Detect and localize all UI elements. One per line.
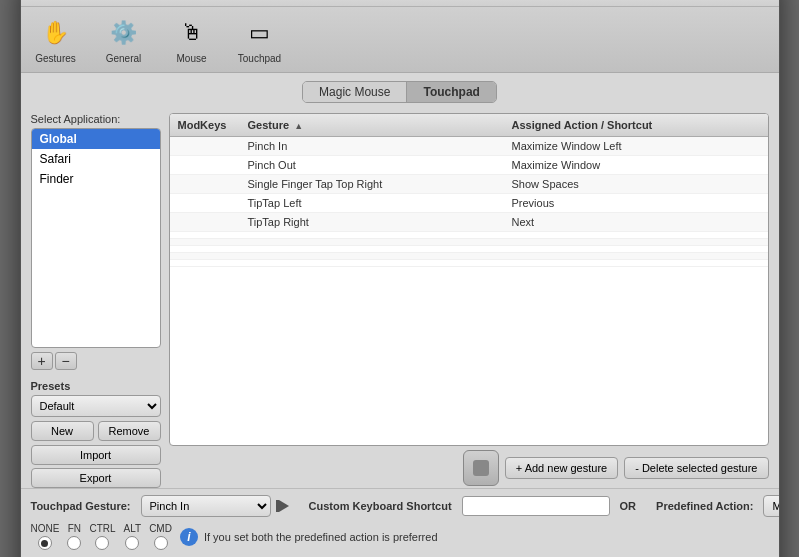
add-app-button[interactable]: + (31, 352, 53, 370)
app-item-safari[interactable]: Safari (32, 149, 160, 169)
row-gesture: Pinch In (240, 140, 504, 152)
radio-cmd-input[interactable] (154, 536, 168, 550)
table-row[interactable] (170, 232, 768, 239)
col-action: Assigned Action / Shortcut (504, 117, 768, 133)
remove-app-button[interactable]: − (55, 352, 77, 370)
preset-buttons: New Remove (31, 421, 161, 441)
bottom-row2: NONE FN CTRL ALT CMD (31, 523, 769, 550)
info-row: i If you set both the predefined action … (180, 528, 769, 546)
add-gesture-button[interactable]: + Add new gesture (505, 457, 618, 479)
table-row[interactable] (170, 239, 768, 246)
radio-alt-input[interactable] (125, 536, 139, 550)
row-action: Previous (504, 197, 768, 209)
table-row[interactable]: TipTap Left Previous (170, 194, 768, 213)
main-window: Gestures ✋ Gestures ⚙️ General 🖱 Mouse ▭… (20, 0, 780, 557)
radio-group: NONE FN CTRL ALT CMD (31, 523, 172, 550)
preset-select[interactable]: Default (31, 395, 161, 417)
radio-fn-input[interactable] (67, 536, 81, 550)
radio-cmd[interactable]: CMD (149, 523, 172, 550)
tab-row: Magic Mouse Touchpad (21, 73, 779, 107)
table-row[interactable]: Pinch In Maximize Window Left (170, 137, 768, 156)
gesture-table-header: ModKeys Gesture ▲ Assigned Action / Shor… (170, 114, 768, 137)
info-icon: i (180, 528, 198, 546)
main-content: Select Application: Global Safari Finder… (21, 107, 779, 488)
touchpad-icon: ▭ (242, 15, 278, 51)
row-gesture: TipTap Left (240, 197, 504, 209)
toolbar-item-general[interactable]: ⚙️ General (99, 15, 149, 64)
new-preset-button[interactable]: New (31, 421, 94, 441)
radio-alt-label: ALT (124, 523, 142, 534)
tab-container: Magic Mouse Touchpad (302, 81, 497, 103)
presets-label: Presets (31, 380, 161, 392)
delete-gesture-button[interactable]: - Delete selected gesture (624, 457, 768, 479)
gesture-table: ModKeys Gesture ▲ Assigned Action / Shor… (169, 113, 769, 446)
app-list: Global Safari Finder (31, 128, 161, 348)
table-actions: + Add new gesture - Delete selected gest… (169, 450, 769, 488)
gestures-icon: ✋ (38, 15, 74, 51)
table-row[interactable] (170, 260, 768, 267)
bottom-section: Touchpad Gesture: Pinch In Pinch Out Tip… (21, 488, 779, 556)
radio-alt[interactable]: ALT (124, 523, 142, 550)
table-row[interactable]: Pinch Out Maximize Window (170, 156, 768, 175)
gesture-select-wrap: Pinch In Pinch Out TipTap Left TipTap Ri… (141, 495, 289, 517)
toolbar: ✋ Gestures ⚙️ General 🖱 Mouse ▭ Touchpad (21, 7, 779, 73)
predefined-select[interactable]: Maximize Window Left Maximize Window Sho… (763, 495, 779, 517)
gesture-select[interactable]: Pinch In Pinch Out TipTap Left TipTap Ri… (141, 495, 271, 517)
table-row[interactable] (170, 253, 768, 260)
general-icon: ⚙️ (106, 15, 142, 51)
presets-section: Presets Default New Remove Import Export (31, 380, 161, 488)
radio-none-input[interactable] (38, 536, 52, 550)
play-arrow-icon (279, 500, 289, 512)
export-button[interactable]: Export (31, 468, 161, 488)
record-icon (473, 460, 489, 476)
toolbar-label-mouse: Mouse (176, 53, 206, 64)
mouse-icon: 🖱 (174, 15, 210, 51)
app-item-global[interactable]: Global (32, 129, 160, 149)
col-modkeys: ModKeys (170, 117, 240, 133)
app-item-finder[interactable]: Finder (32, 169, 160, 189)
toolbar-item-gestures[interactable]: ✋ Gestures (31, 15, 81, 64)
left-panel: Select Application: Global Safari Finder… (31, 113, 161, 488)
radio-fn-label: FN (68, 523, 81, 534)
right-panel: ModKeys Gesture ▲ Assigned Action / Shor… (169, 113, 769, 488)
toolbar-item-mouse[interactable]: 🖱 Mouse (167, 15, 217, 64)
radio-none-label: NONE (31, 523, 60, 534)
import-button[interactable]: Import (31, 445, 161, 465)
bottom-row1: Touchpad Gesture: Pinch In Pinch Out Tip… (31, 495, 769, 517)
tab-magic-mouse[interactable]: Magic Mouse (303, 82, 407, 102)
radio-ctrl-input[interactable] (95, 536, 109, 550)
row-action: Maximize Window (504, 159, 768, 171)
touchpad-gesture-label: Touchpad Gesture: (31, 500, 131, 512)
toolbar-label-general: General (106, 53, 142, 64)
table-row[interactable] (170, 246, 768, 253)
toolbar-item-touchpad[interactable]: ▭ Touchpad (235, 15, 285, 64)
row-gesture: TipTap Right (240, 216, 504, 228)
list-buttons: + − (31, 352, 161, 370)
sort-icon: ▲ (294, 121, 303, 131)
predefined-label: Predefined Action: (656, 500, 753, 512)
row-action: Next (504, 216, 768, 228)
row-gesture: Pinch Out (240, 159, 504, 171)
radio-none[interactable]: NONE (31, 523, 60, 550)
radio-fn[interactable]: FN (67, 523, 81, 550)
table-row[interactable]: TipTap Right Next (170, 213, 768, 232)
radio-ctrl[interactable]: CTRL (89, 523, 115, 550)
col-gesture[interactable]: Gesture ▲ (240, 117, 504, 133)
toolbar-label-gestures: Gestures (35, 53, 76, 64)
record-button[interactable] (463, 450, 499, 486)
shortcut-label: Custom Keyboard Shortcut (309, 500, 452, 512)
remove-preset-button[interactable]: Remove (98, 421, 161, 441)
play-button[interactable] (275, 500, 289, 512)
row-gesture: Single Finger Tap Top Right (240, 178, 504, 190)
or-label: OR (620, 500, 637, 512)
import-export: Import Export (31, 445, 161, 488)
titlebar: Gestures (21, 0, 779, 7)
tab-touchpad[interactable]: Touchpad (407, 82, 495, 102)
radio-cmd-label: CMD (149, 523, 172, 534)
select-app-label: Select Application: (31, 113, 161, 125)
radio-ctrl-label: CTRL (89, 523, 115, 534)
table-row[interactable]: Single Finger Tap Top Right Show Spaces (170, 175, 768, 194)
info-text: If you set both the predefined action is… (204, 531, 438, 543)
shortcut-input[interactable] (462, 496, 610, 516)
row-action: Show Spaces (504, 178, 768, 190)
